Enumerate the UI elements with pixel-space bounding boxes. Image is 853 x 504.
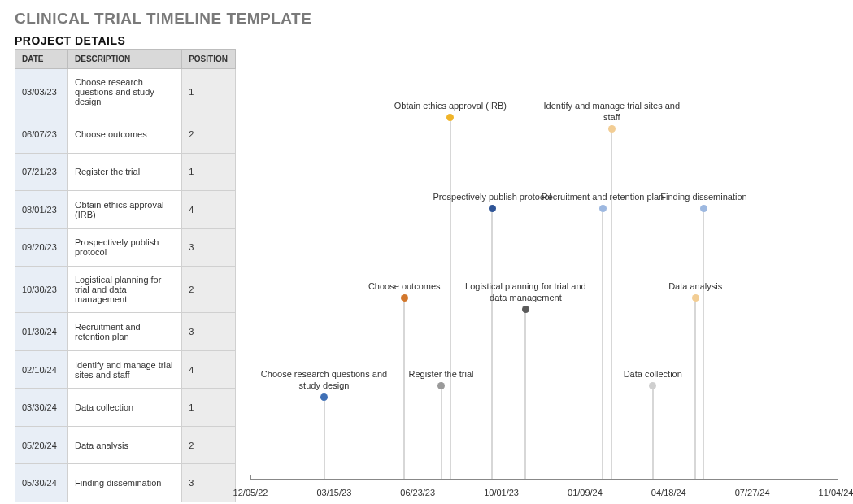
x-tick: 10/01/23 (484, 488, 519, 497)
milestone-dot-icon (401, 294, 408, 302)
milestone-label: Choose outcomes (335, 281, 473, 293)
milestone-dot-icon (320, 393, 328, 401)
section-title: PROJECT DETAILS (15, 34, 838, 47)
milestone-dot-icon (437, 382, 445, 389)
col-header-description: DESCRIPTION (68, 50, 182, 69)
milestone-label: Logistical planning for trial and data m… (456, 281, 594, 304)
milestone: Finding dissemination (634, 192, 772, 212)
milestone-dot-icon (692, 294, 699, 302)
cell-position: 4 (182, 191, 236, 229)
cell-description: Register the trial (68, 153, 182, 191)
table-row: 08/01/23Obtain ethics approval (IRB)4 (15, 191, 236, 229)
cell-position: 1 (182, 69, 236, 115)
milestone-dot-icon (608, 125, 616, 133)
milestone-stem (525, 313, 526, 480)
cell-date: 09/20/23 (15, 228, 68, 267)
cell-description: Data collection (68, 389, 182, 427)
milestone-stem (450, 121, 450, 480)
milestone-stem (652, 389, 653, 480)
milestone-stem (611, 133, 612, 480)
cell-date: 03/30/24 (15, 389, 68, 427)
table-row: 01/30/24Recruitment and retention plan3 (15, 313, 236, 351)
x-tick: 03/15/23 (316, 488, 351, 497)
milestone-stem (703, 212, 704, 480)
table-row: 09/20/23Prospectively publish protocol3 (15, 228, 236, 267)
cell-date: 03/03/23 (15, 69, 68, 115)
milestone-dot-icon (446, 114, 454, 121)
col-header-position: POSITION (182, 50, 236, 69)
cell-date: 06/07/23 (15, 115, 68, 154)
table-row: 10/30/23Logistical planning for trial an… (15, 267, 236, 313)
x-tick: 04/18/24 (651, 488, 686, 497)
milestone-stem (404, 302, 405, 480)
milestone: Register the trial (372, 369, 511, 389)
milestone-dot-icon (599, 205, 607, 212)
milestone-dot-icon (522, 306, 529, 313)
table-row: 02/10/24Identify and manage trial sites … (15, 350, 236, 389)
x-tick: 11/04/24 (819, 488, 853, 497)
cell-description: Logistical planning for trial and data m… (68, 267, 182, 313)
cell-position: 1 (182, 389, 236, 427)
cell-description: Prospectively publish protocol (68, 228, 182, 267)
cell-position: 1 (182, 153, 236, 191)
cell-position: 4 (182, 350, 236, 389)
col-header-date: DATE (15, 50, 68, 69)
cell-date: 02/10/24 (15, 350, 68, 389)
cell-description: Recruitment and retention plan (68, 313, 182, 351)
cell-date: 05/30/24 (15, 464, 68, 502)
milestone-label: Data analysis (626, 281, 764, 293)
milestone: Data collection (584, 369, 722, 389)
milestone-stem (695, 302, 696, 480)
x-tick: 07/27/24 (735, 488, 770, 497)
milestone-stem (441, 389, 442, 480)
milestone-label: Identify and manage trial sites and staf… (542, 101, 681, 124)
table-row: 05/30/24Finding dissemination3 (15, 464, 236, 502)
table-row: 06/07/23Choose outcomes2 (15, 115, 236, 154)
milestone: Obtain ethics approval (IRB) (381, 101, 520, 121)
cell-date: 05/20/24 (15, 426, 68, 464)
cell-description: Identify and manage trial sites and staf… (68, 350, 182, 389)
cell-date: 10/30/23 (15, 267, 68, 313)
cell-description: Finding dissemination (68, 464, 182, 502)
milestone-dot-icon (700, 205, 707, 212)
table-row: 03/03/23Choose research questions and st… (15, 69, 236, 115)
cell-position: 2 (182, 115, 236, 154)
timeline-chart: 12/05/2203/15/2306/23/2310/01/2301/09/24… (250, 63, 838, 502)
table-row: 05/20/24Data analysis2 (15, 426, 236, 464)
x-tick: 01/09/24 (568, 488, 603, 497)
cell-position: 3 (182, 464, 236, 502)
cell-position: 2 (182, 267, 236, 313)
milestone-label: Finding dissemination (634, 192, 772, 203)
x-axis (250, 479, 838, 480)
milestone: Choose outcomes (335, 281, 473, 302)
milestone: Logistical planning for trial and data m… (456, 281, 594, 313)
milestone-label: Data collection (584, 369, 722, 380)
milestone-dot-icon (489, 205, 496, 212)
milestone-label: Obtain ethics approval (IRB) (381, 101, 520, 112)
milestone-stem (324, 401, 324, 480)
cell-description: Data analysis (68, 426, 182, 464)
x-tick: 06/23/23 (400, 488, 435, 497)
milestone-dot-icon (649, 382, 656, 389)
milestone-stem (492, 212, 493, 480)
milestone-label: Register the trial (372, 369, 511, 380)
cell-description: Obtain ethics approval (IRB) (68, 191, 182, 229)
milestone: Identify and manage trial sites and staf… (542, 101, 681, 133)
cell-position: 2 (182, 426, 236, 464)
milestone: Data analysis (626, 281, 764, 302)
page-title: CLINICAL TRIAL TIMELINE TEMPLATE (15, 10, 838, 28)
cell-position: 3 (182, 313, 236, 351)
cell-position: 3 (182, 228, 236, 267)
cell-description: Choose research questions and study desi… (68, 69, 182, 115)
cell-date: 07/21/23 (15, 153, 68, 191)
cell-description: Choose outcomes (68, 115, 182, 154)
cell-date: 01/30/24 (15, 313, 68, 351)
project-details-table: DATE DESCRIPTION POSITION 03/03/23Choose… (15, 49, 236, 502)
table-row: 03/30/24Data collection1 (15, 389, 236, 427)
x-tick: 12/05/22 (233, 488, 268, 497)
cell-date: 08/01/23 (15, 191, 68, 229)
milestone-stem (603, 212, 603, 480)
table-row: 07/21/23Register the trial1 (15, 153, 236, 191)
